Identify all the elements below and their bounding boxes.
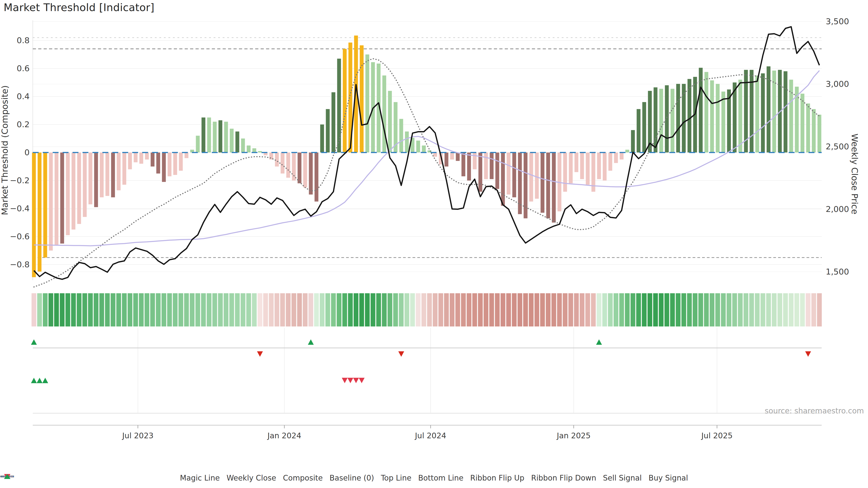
threshold-bar: [614, 153, 618, 163]
ribbon-bar: [269, 293, 274, 326]
ribbon-bar: [354, 293, 359, 326]
threshold-bar: [320, 125, 324, 153]
ribbon-bar: [783, 293, 788, 326]
legend-item-bottom-line: Bottom Line: [418, 474, 463, 482]
threshold-bar: [478, 153, 483, 192]
ribbon-bar: [133, 293, 138, 326]
ribbon-bar: [252, 293, 257, 326]
ribbon-bar: [128, 293, 132, 326]
ribbon-bar: [388, 293, 393, 326]
threshold-bar: [140, 153, 143, 164]
buy-signal-marker: [37, 378, 42, 383]
right-tick-label: 2,500: [826, 142, 849, 151]
ribbon-bar: [122, 293, 127, 326]
threshold-bar: [382, 75, 386, 153]
ribbon-bar: [574, 293, 579, 326]
ribbon-bar: [648, 293, 652, 326]
threshold-bar: [275, 153, 279, 166]
ribbon-bar: [789, 293, 794, 326]
threshold-bar: [179, 153, 183, 171]
ribbon-bar: [326, 293, 330, 326]
ribbon-bar: [116, 293, 121, 326]
threshold-bar: [213, 122, 217, 153]
legend-label: Weekly Close: [226, 474, 276, 482]
legend-item-weekly-close: Weekly Close: [226, 474, 276, 482]
threshold-bar: [117, 153, 121, 190]
threshold-bar: [32, 153, 36, 277]
ribbon-bar: [399, 293, 404, 326]
ribbon-bar: [772, 293, 777, 326]
ribbon-bar: [88, 293, 93, 326]
legend-item-ribbon-flip-down: Ribbon Flip Down: [531, 474, 596, 482]
ribbon-bar: [150, 293, 155, 326]
threshold-bar: [156, 153, 160, 173]
ribbon-bar: [393, 293, 398, 326]
left-tick-label: 0.6: [17, 64, 30, 73]
axis-labels: 0.80.60.40.20−0.2−0.4−0.6−0.83,5003,0002…: [0, 17, 864, 440]
threshold-bar: [501, 153, 505, 206]
ribbon-bar: [670, 293, 675, 326]
ribbon-bar: [376, 293, 381, 326]
ribbon-bar: [727, 293, 732, 326]
ribbon-bar: [264, 293, 268, 326]
ribbon-bar: [778, 293, 782, 326]
ribbon-bar: [77, 293, 82, 326]
threshold-bar: [761, 73, 765, 153]
x-tick-label: Jan 2024: [267, 431, 301, 440]
ribbon-bar: [580, 293, 585, 326]
ribbon-bar: [484, 293, 489, 326]
threshold-bar: [72, 153, 75, 230]
ribbon-bar: [472, 293, 477, 326]
ribbon-bar: [433, 293, 438, 326]
ribbon-bar: [563, 293, 567, 326]
threshold-bar: [60, 153, 64, 243]
tri-up-icon: [4, 474, 10, 479]
threshold-bar: [366, 55, 369, 153]
buy-signal-marker: [31, 378, 37, 383]
threshold-bar: [659, 89, 663, 153]
threshold-bar: [671, 89, 675, 153]
ribbon-bar: [309, 293, 313, 326]
ribbon-bar: [444, 293, 449, 326]
threshold-bar: [416, 140, 420, 153]
ribbon-bar: [738, 293, 743, 326]
legend-label: Composite: [283, 474, 323, 482]
threshold-bar: [128, 153, 132, 169]
ribbon-bar: [642, 293, 647, 326]
ribbon-bar: [535, 293, 539, 326]
ribbon-bar: [224, 293, 228, 326]
ribbon-bar: [314, 293, 319, 326]
threshold-bar: [484, 153, 488, 179]
ribbon-bar: [817, 293, 822, 326]
ribbon-bar: [235, 293, 240, 326]
sell-signal-marker: [359, 378, 365, 383]
ribbon-bar: [213, 293, 217, 326]
ribbon-bar: [156, 293, 161, 326]
threshold-bar: [309, 153, 313, 195]
ribbon-bar: [337, 293, 342, 326]
threshold-bar: [343, 49, 347, 153]
threshold-bar: [563, 153, 567, 192]
threshold-bar: [38, 153, 41, 271]
ribbon-bar: [456, 293, 460, 326]
ribbon-bar: [755, 293, 760, 326]
ribbon-bar: [438, 293, 443, 326]
legend-label: Baseline (0): [330, 474, 374, 482]
legend-label: Bottom Line: [418, 474, 463, 482]
x-tick-label: Jul 2025: [701, 431, 733, 440]
ribbon-bar: [382, 293, 387, 326]
buy-signal-marker: [42, 378, 48, 383]
ribbon-bar: [478, 293, 483, 326]
ribbon-bar: [733, 293, 737, 326]
ribbon-bar: [721, 293, 726, 326]
ribbon-bar: [557, 293, 562, 326]
threshold-bar: [168, 153, 172, 176]
legend-item-buy-signal: Buy Signal: [649, 474, 688, 482]
x-tick-label: Jan 2025: [556, 431, 591, 440]
signal-markers: [31, 339, 811, 383]
ribbon-bar: [49, 293, 53, 326]
threshold-bar: [185, 153, 188, 158]
ribbon-bar: [761, 293, 765, 326]
threshold-bar: [105, 153, 110, 196]
threshold-bar: [286, 153, 290, 178]
